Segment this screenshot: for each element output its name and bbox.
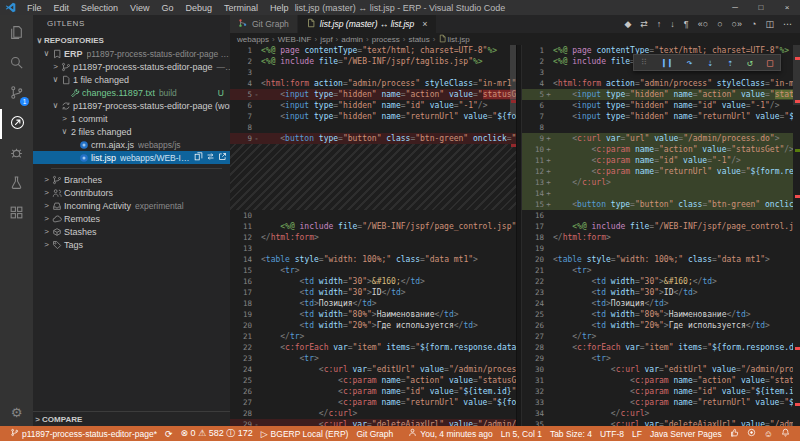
gitlens-compare-icon[interactable]: ◆ xyxy=(624,19,631,29)
code-line-15[interactable]: 15 <tr> xyxy=(230,265,516,276)
menu-view[interactable]: View xyxy=(124,3,155,13)
breadcrumb-item-status[interactable]: status xyxy=(408,35,429,44)
status-debug-target[interactable]: ▷BGERP Local (ERP) xyxy=(257,427,353,440)
tree-item-erp[interactable]: ∨ERPp11897-process-status-editor-page • … xyxy=(33,47,230,60)
feedback-smiley-icon[interactable]: ☺ xyxy=(760,429,777,439)
breadcrumb-item-list.jsp[interactable]: list.jsp xyxy=(438,34,469,44)
code-line-20[interactable]: 20<table style="width: 100%;" class="dat… xyxy=(522,254,793,265)
code-line-24[interactable]: 24 <c:url var="editUrl" value="/admin/pr… xyxy=(230,364,516,375)
settings-gear-icon[interactable]: ⚙ xyxy=(11,405,23,420)
code-line-10[interactable]: 10+ <c:param name="action" value="status… xyxy=(522,144,793,155)
activity-test[interactable] xyxy=(0,169,33,199)
tree-item-contributors[interactable]: >Contributors xyxy=(33,186,230,199)
open-changes-icon[interactable]: ⇄ xyxy=(640,19,648,29)
split-editor-icon[interactable]: ◫ xyxy=(765,19,774,29)
menu-help[interactable]: Help xyxy=(264,3,295,13)
code-line-22[interactable]: 22 <c:forEach var="item" items="${form.r… xyxy=(230,342,516,353)
code-line-14[interactable]: 14+ xyxy=(522,188,793,199)
close-button[interactable]: × xyxy=(774,3,800,12)
tree-item-branches[interactable]: >Branches xyxy=(33,173,230,186)
code-line-5[interactable]: 5- <input type="hidden" name="action" va… xyxy=(230,89,516,100)
code-line-26[interactable]: 26 <c:param name="id" value="${item.id}"… xyxy=(230,386,516,397)
swap-icon[interactable] xyxy=(206,152,215,163)
code-line-26[interactable]: 26 <td width="20%">Где используется</td> xyxy=(522,320,793,331)
breadcrumb-item-admin[interactable]: admin xyxy=(341,35,363,44)
file-history-icon[interactable]: ◔ xyxy=(751,19,756,29)
code-line-13[interactable]: 13 xyxy=(230,243,516,254)
code-line-2[interactable]: 2<%@ include file="/WEB-INF/jspf/taglibs… xyxy=(230,56,516,67)
code-line-4[interactable]: 4<html:form action="admin/process" style… xyxy=(522,78,793,89)
code-line-15[interactable]: 15+ <button type="button" class="btn-gre… xyxy=(522,199,793,210)
status-git-graph-status[interactable]: Git Graph xyxy=(352,427,397,440)
status-sync-status[interactable]: ⟳ xyxy=(161,427,177,440)
minimize-button[interactable]: ─ xyxy=(722,3,748,12)
code-line-7[interactable]: 7 <input type="hidden" name="returnUrl" … xyxy=(230,111,516,122)
code-line-25[interactable]: 25 <c:param name="action" value="statusG… xyxy=(230,375,516,386)
code-line-1[interactable]: 1<%@ page contentType="text/html; charse… xyxy=(230,45,516,56)
code-line-21[interactable]: 21 </tr> xyxy=(230,331,516,342)
status-cursor-position[interactable]: Ln 5, Col 1 xyxy=(497,429,546,439)
status-encoding[interactable]: UTF-8 xyxy=(596,429,628,439)
debug-toolbar[interactable]: ⠿❙❙↷⇣⇡↺□ xyxy=(633,54,781,71)
code-line-9[interactable]: 9- <button type="button" class="btn-gree… xyxy=(230,133,516,144)
tree-item-remotes[interactable]: >Remotes xyxy=(33,212,230,225)
restart-icon[interactable]: ↺ xyxy=(747,57,753,68)
code-line-7[interactable]: 7 <input type="hidden" name="returnUrl" … xyxy=(522,111,793,122)
code-line-19[interactable]: 19 <td width="80%">Наименование</td> xyxy=(230,309,516,320)
menu-go[interactable]: Go xyxy=(155,3,179,13)
code-line-23[interactable]: 23 <td width="30">ID</td> xyxy=(522,287,793,298)
code-line-10[interactable]: 10 xyxy=(230,210,516,221)
code-line-23[interactable]: 23 <tr> xyxy=(230,353,516,364)
tree-item-tags[interactable]: >Tags xyxy=(33,238,230,251)
activity-source-control[interactable]: 1 xyxy=(0,79,33,109)
status-problems[interactable]: ⊗ 0 ⚠ 582 ⓘ 172 xyxy=(177,427,257,440)
code-line-32[interactable]: 32 <c:param name="id" value="${item.id}"… xyxy=(522,386,793,397)
code-line-27[interactable]: 27 <c:param name="returnUrl" value="${fo… xyxy=(230,397,516,408)
code-line-25[interactable]: 25 <td width="80%">Наименование</td> xyxy=(522,309,793,320)
breadcrumb-item-process[interactable]: process xyxy=(372,35,400,44)
tree-item-1-commit[interactable]: >1 commit xyxy=(33,112,230,125)
code-line-13[interactable]: 13+ </c:url> xyxy=(522,177,793,188)
menu-terminal[interactable]: Terminal xyxy=(218,3,264,13)
diff-modified-pane[interactable]: 1<%@ page contentType="text/html; charse… xyxy=(522,45,793,426)
code-line-27[interactable]: 27 </tr> xyxy=(522,331,793,342)
maximize-button[interactable]: □ xyxy=(748,3,774,12)
code-line-8[interactable]: 8 xyxy=(522,122,793,133)
code-line-14[interactable]: 14<table style="width: 100%;" class="dat… xyxy=(230,254,516,265)
code-line-24[interactable]: 24 <td>Позиция</td> xyxy=(522,298,793,309)
status-language-mode[interactable]: Java Server Pages xyxy=(646,429,726,439)
tree-item-incoming-activity[interactable]: >Incoming Activityexperimental xyxy=(33,199,230,212)
code-line-6[interactable]: 6 <input type="hidden" name="id" value="… xyxy=(230,100,516,111)
tree-item-2-files-changed[interactable]: ∨2 files changed xyxy=(33,125,230,138)
step-over-icon[interactable]: ↷ xyxy=(687,57,693,68)
code-line-28[interactable]: 28 </c:url> xyxy=(230,408,516,419)
code-line-6[interactable]: 6 <input type="hidden" name="id" value="… xyxy=(522,100,793,111)
tab-list-jsp-master-list-jsp[interactable]: list.jsp (master) ↔ list.jsp× xyxy=(298,15,437,33)
code-line-4[interactable]: 4<html:form action="admin/process" style… xyxy=(230,78,516,89)
code-line-9[interactable]: 9+ <c:url var="url" value="/admin/proces… xyxy=(522,133,793,144)
tree-item-1-file-changed[interactable]: ∨1 file changed xyxy=(33,73,230,86)
status-indentation[interactable]: Tab Size: 4 xyxy=(546,429,596,439)
left-scrollbar[interactable] xyxy=(510,45,516,115)
code-line-3[interactable]: 3 xyxy=(230,67,516,78)
code-line-29[interactable]: 29- <c:url var="deleteAjaxUrl" value="/a… xyxy=(230,419,516,426)
code-line-21[interactable]: 21 <tr> xyxy=(522,265,793,276)
pause-icon[interactable]: ❙❙ xyxy=(661,57,673,68)
code-line-22[interactable]: 22 <td width="30">&#160;</td> xyxy=(522,276,793,287)
current-commit-icon[interactable]: ○ xyxy=(717,19,722,29)
code-line-12[interactable]: 12</html:form> xyxy=(230,232,516,243)
step-into-icon[interactable]: ⇣ xyxy=(707,57,713,68)
code-line-29[interactable]: 29 <tr> xyxy=(522,353,793,364)
code-line-19[interactable]: 19 xyxy=(522,243,793,254)
tree-item-changes-11897-txt[interactable]: changes.11897.txtbuildU xyxy=(33,86,230,99)
stop-icon[interactable]: □ xyxy=(767,57,773,68)
open-changes-icon[interactable] xyxy=(194,152,203,163)
status-eol[interactable]: LF xyxy=(628,429,646,439)
code-line-12[interactable]: 12+ <c:param name="returnUrl" value="${f… xyxy=(522,166,793,177)
like-icon[interactable] xyxy=(726,428,743,439)
code-line-16[interactable]: 16 xyxy=(522,210,793,221)
menu-selection[interactable]: Selection xyxy=(75,3,124,13)
activity-gitlens[interactable] xyxy=(0,109,33,139)
code-line-17[interactable]: 17 <td width="30">ID</td> xyxy=(230,287,516,298)
code-line-11[interactable]: 11 <%@ include file="/WEB-INF/jspf/page_… xyxy=(230,221,516,232)
